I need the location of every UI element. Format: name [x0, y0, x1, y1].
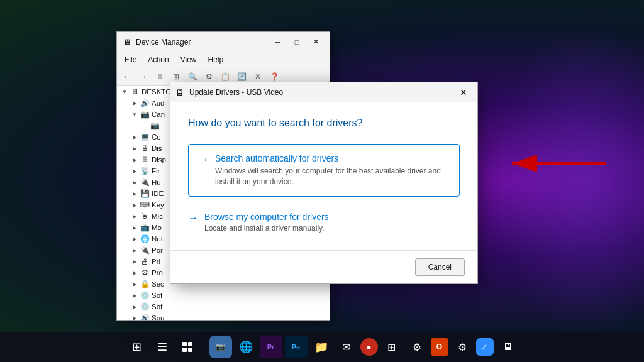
- taskbar-icon-zoom[interactable]: 📷: [209, 336, 232, 358]
- taskbar-icon-chrome[interactable]: 🌐: [235, 336, 257, 358]
- ud-dialog-title: Update Drivers - USB Video: [189, 88, 451, 97]
- tree-toggle[interactable]: ▶: [130, 143, 140, 153]
- tree-toggle[interactable]: ▼: [130, 109, 140, 119]
- dm-minimize-button[interactable]: ─: [269, 36, 287, 48]
- category-icon: ⚙: [140, 268, 150, 278]
- category-icon: 📺: [140, 222, 150, 233]
- tree-toggle[interactable]: ▶: [130, 256, 140, 266]
- tree-label: Disp: [152, 156, 166, 163]
- tree-label: Pri: [152, 258, 160, 265]
- tree-item-sou[interactable]: ▶ 🔊 Sou: [117, 312, 330, 320]
- svg-rect-1: [182, 342, 187, 346]
- tree-toggle[interactable]: ▶: [130, 98, 140, 108]
- tree-toggle[interactable]: ▶: [130, 234, 140, 244]
- tree-toggle[interactable]: ▶: [130, 177, 140, 187]
- category-icon: 🖥: [140, 155, 150, 165]
- dm-menu-file[interactable]: File: [119, 54, 142, 65]
- ud-arrow-icon-1: →: [199, 154, 209, 165]
- desktop-icon: 🖥: [130, 87, 140, 97]
- ud-option1-container: → Search automatically for drivers Windo…: [199, 153, 449, 187]
- ud-option2-content: Browse my computer for drivers Locate an…: [204, 212, 329, 233]
- device-icon: 📷: [150, 121, 160, 131]
- tree-toggle[interactable]: ▶: [130, 302, 140, 312]
- tree-label: Pro: [152, 269, 163, 277]
- category-icon: 💾: [140, 189, 150, 199]
- taskbar-separator: [204, 338, 204, 356]
- dm-menu-action[interactable]: Action: [143, 54, 174, 65]
- dm-window-title: Device Manager: [136, 38, 265, 47]
- tree-label: Can: [152, 111, 165, 118]
- toolbar-back[interactable]: ←: [119, 69, 135, 84]
- tree-toggle[interactable]: ▼: [119, 87, 130, 97]
- taskbar-icon-device[interactable]: 🖥: [496, 336, 519, 358]
- taskbar-icon-red[interactable]: ●: [360, 338, 378, 356]
- taskbar-search[interactable]: ☰: [151, 336, 174, 358]
- tree-toggle[interactable]: ▶: [130, 313, 140, 320]
- ud-title-icon: 🖥: [175, 87, 186, 97]
- tree-label: Aud: [152, 99, 164, 107]
- tree-label: DESKTO: [142, 88, 171, 96]
- tree-toggle: [140, 121, 150, 131]
- tree-toggle[interactable]: ▶: [130, 200, 140, 210]
- ud-option2-description: Locate and install a driver manually.: [204, 224, 329, 233]
- tree-item-sof2[interactable]: ▶ 💿 Sof: [117, 301, 330, 312]
- category-icon: 🖨: [140, 256, 150, 266]
- taskbar-icon-premiere[interactable]: Pr: [260, 336, 282, 358]
- ud-option1-title[interactable]: Search automatically for drivers: [215, 153, 449, 163]
- tree-toggle[interactable]: ▶: [130, 290, 140, 300]
- dm-maximize-button[interactable]: □: [288, 36, 306, 48]
- taskbar-start-button[interactable]: ⊞: [126, 336, 148, 358]
- taskbar-icon-settings[interactable]: ⚙: [406, 336, 428, 358]
- tree-label: Mo: [152, 224, 162, 231]
- tree-label: IDE: [152, 190, 164, 197]
- tree-toggle[interactable]: ▶: [130, 155, 140, 165]
- category-icon: 🖱: [140, 211, 150, 221]
- ud-search-automatically-option[interactable]: → Search automatically for drivers Windo…: [188, 144, 460, 197]
- dm-app-icon: 🖥: [122, 37, 132, 47]
- category-icon: 🖥: [140, 143, 150, 153]
- ud-option1-content: Search automatically for drivers Windows…: [215, 153, 449, 187]
- ud-body: How do you want to search for drivers? →…: [170, 102, 477, 250]
- taskbar-icon-photoshop[interactable]: Ps: [285, 336, 308, 358]
- dm-menu-view[interactable]: View: [175, 54, 202, 65]
- ud-option1-description: Windows will search your computer for th…: [215, 166, 449, 187]
- taskbar-icon-system[interactable]: ⚙: [451, 336, 474, 358]
- dm-titlebar: 🖥 Device Manager ─ □ ✕: [117, 32, 330, 52]
- ud-cancel-button[interactable]: Cancel: [415, 258, 465, 276]
- taskbar-icon-grid[interactable]: ⊞: [380, 336, 403, 358]
- taskbar-icon-mail[interactable]: ✉: [335, 336, 358, 358]
- svg-rect-4: [188, 348, 192, 352]
- toolbar-icon1[interactable]: 🖥: [152, 69, 167, 84]
- dm-menubar: File Action View Help: [117, 52, 330, 67]
- tree-label: Sof: [152, 292, 162, 299]
- tree-item-sof1[interactable]: ▶ 💿 Sof: [117, 290, 330, 301]
- tree-toggle[interactable]: ▶: [130, 189, 140, 199]
- dm-close-button[interactable]: ✕: [307, 36, 325, 48]
- taskbar-icon-office[interactable]: O: [431, 338, 448, 356]
- taskbar-task-view[interactable]: [176, 336, 199, 358]
- category-icon: 💻: [140, 132, 150, 142]
- ud-browse-computer-option[interactable]: → Browse my computer for drivers Locate …: [188, 207, 460, 238]
- tree-label: Net: [152, 235, 163, 243]
- ud-close-button[interactable]: ✕: [455, 86, 472, 99]
- tree-label: Sec: [152, 280, 164, 288]
- toolbar-forward[interactable]: →: [136, 69, 151, 84]
- dm-window-controls: ─ □ ✕: [269, 36, 325, 48]
- tree-label: Sof: [152, 303, 162, 310]
- tree-toggle[interactable]: ▶: [130, 279, 140, 289]
- taskbar-icon-explorer[interactable]: 📁: [310, 336, 333, 358]
- taskbar-icon-zoom2[interactable]: Z: [476, 338, 494, 356]
- tree-label: Sou: [152, 314, 164, 320]
- svg-rect-2: [188, 342, 192, 346]
- tree-toggle[interactable]: ▶: [130, 222, 140, 233]
- tree-toggle[interactable]: ▶: [130, 166, 140, 176]
- tree-toggle[interactable]: ▶: [130, 245, 140, 255]
- dm-menu-help[interactable]: Help: [203, 54, 229, 65]
- ud-option2-title[interactable]: Browse my computer for drivers: [204, 212, 329, 222]
- tree-toggle[interactable]: ▶: [130, 211, 140, 221]
- tree-toggle[interactable]: ▶: [130, 132, 140, 142]
- category-icon: 🔊: [140, 98, 150, 108]
- tree-label: Hu: [152, 178, 161, 186]
- tree-label: Key: [152, 201, 164, 209]
- tree-toggle[interactable]: ▶: [130, 268, 140, 278]
